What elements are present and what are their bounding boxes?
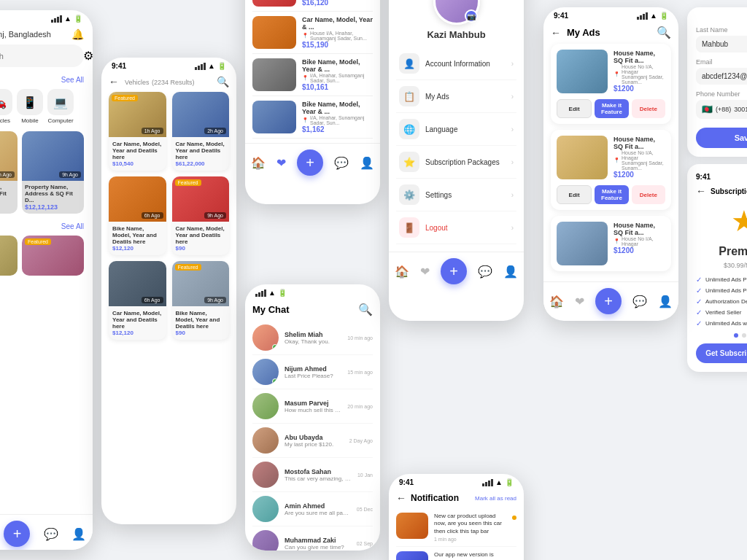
nav-chat-p[interactable]: 💬	[478, 265, 492, 279]
ad-edit-btn-1[interactable]: Edit	[557, 99, 592, 118]
ad-card-3[interactable]: House Name, SQ Fit a... 📍House No I/A, H…	[551, 216, 671, 271]
veh-item-4[interactable]: Featured 9h Ago Car Name, Model, Year an…	[172, 176, 230, 255]
mark-all-btn[interactable]: Mark all as read	[475, 495, 516, 502]
bookmark-2[interactable]: Car Name, Model, Year & ... 📍House I/A, …	[252, 0, 373, 12]
veh-card-2[interactable]: Featured	[22, 236, 84, 276]
nav-home-ads[interactable]: 🏠	[549, 295, 564, 308]
nav-profile-ads[interactable]: 👤	[658, 295, 673, 308]
veh-item-5[interactable]: 6h Ago Car Name, Model, Year and Deatils…	[109, 261, 166, 340]
nav-chat-bm[interactable]: 💬	[334, 156, 349, 170]
nav-home-p[interactable]: 🏠	[395, 265, 409, 279]
search-bar[interactable]: 🔍 ⚙	[0, 44, 84, 67]
filter-icon[interactable]: ⚙	[83, 49, 93, 63]
nav-bookmarks-bm[interactable]: ❤	[276, 156, 286, 170]
veh-item-1[interactable]: Featured 1h Ago Car Name, Model, Year an…	[109, 92, 166, 171]
search-input[interactable]	[0, 52, 79, 61]
menu-subscription[interactable]: ⭐ Subscription Packages ›	[396, 146, 516, 179]
chat-item-6[interactable]: Amin Ahmed Are you sure me all paper oka…	[252, 492, 373, 526]
nav-add-ads[interactable]: +	[595, 288, 622, 314]
nav-add[interactable]: +	[4, 521, 30, 547]
cat-computer[interactable]: 💻 Computer	[47, 89, 74, 124]
ad-addr-1: 📍House No I/A, Hnagar Sunamganj Sadar, S…	[614, 64, 665, 85]
chat-search[interactable]: 🔍	[358, 303, 373, 316]
get-subscription-btn[interactable]: Get Subscription Now	[696, 343, 747, 363]
back-btn-ads[interactable]: ←	[551, 27, 561, 39]
nav-profile-bm[interactable]: 👤	[360, 156, 374, 170]
time-badge-2: 9h Ago	[59, 171, 81, 178]
notif-item-1[interactable]: New car product upload now, are you seen…	[396, 508, 516, 547]
back-btn-sub[interactable]: ←	[696, 185, 706, 197]
chat-item-4[interactable]: Abu Ubayda My last price $120. 2 Day Ago	[252, 424, 373, 458]
cat-computer-label: Computer	[47, 117, 73, 124]
notification-bell[interactable]: 🔔	[71, 28, 84, 40]
save-button[interactable]: Save	[696, 128, 747, 148]
veh-item-3[interactable]: 6h Ago Bike Name, Model, Year and Deatil…	[109, 176, 166, 255]
nav-profile-p[interactable]: 👤	[503, 265, 518, 279]
notif-item-2[interactable]: Our app new version is available. Please…	[396, 547, 516, 560]
prop-card-1[interactable]: Featured 7h Ago Property Name, Address &…	[0, 131, 18, 214]
back-btn-notif[interactable]: ←	[396, 492, 406, 504]
status-icons-chat: ▲ 🔋	[255, 289, 287, 297]
avatar-camera-badge[interactable]: 📷	[465, 9, 478, 23]
menu-account-arrow: ›	[511, 60, 514, 68]
email-value: abcdef1234@gmail.com	[696, 68, 747, 85]
chat-item-3[interactable]: Masum Parvej How much sell this last pri…	[252, 389, 373, 424]
prop-card-2[interactable]: 9h Ago Property Name, Address & SQ Fit D…	[22, 131, 84, 214]
phone-number: 3001234567	[734, 106, 747, 113]
menu-ads[interactable]: 📋 My Ads ›	[396, 80, 516, 113]
time-notif: 9:41	[399, 478, 414, 486]
veh-card-1[interactable]: Featured	[0, 236, 18, 276]
cat-vehicles[interactable]: 🚗 Vehicles	[0, 89, 12, 124]
search-btn-vehicles[interactable]: 🔍	[217, 76, 229, 88]
cat-mobile[interactable]: 📱 Mobile	[17, 89, 43, 124]
ad-card-1[interactable]: House Name, SQ Fit a... 📍House No I/A, H…	[551, 44, 671, 124]
nav-fav-p[interactable]: ❤	[420, 265, 430, 279]
nav-add-p[interactable]: +	[441, 258, 467, 284]
nav-chat-ads[interactable]: 💬	[632, 295, 647, 308]
chat-item-1[interactable]: Shelim Miah Okay, Thank you. 10 min ago	[252, 321, 373, 355]
chat-info-5: Mostofa Sahan This car very amazing, I l…	[285, 468, 352, 482]
menu-account[interactable]: 👤 Account Information ›	[396, 47, 516, 80]
check-5: ✓	[696, 319, 702, 327]
nav-home-bm[interactable]: 🏠	[251, 156, 266, 170]
menu-logout[interactable]: 🚪 Logout ›	[396, 211, 516, 244]
vehicles-see-all[interactable]: See All	[61, 222, 84, 230]
phone-chat: ▲ 🔋 My Chat 🔍 Shelim Miah Okay, Thank yo…	[245, 284, 380, 551]
chat-item-2[interactable]: Nijum Ahmed Last Price Please? 15 min ag…	[252, 355, 373, 389]
bookmark-5[interactable]: Bike Name, Model, Year & ... 📍I/A, Hnaha…	[252, 96, 373, 139]
veh-item-2[interactable]: 2h Ago Car Name, Model, Year and Deatils…	[172, 92, 230, 171]
chat-item-7[interactable]: Muhammad Zaki Can you give me time? 02 S…	[252, 526, 373, 551]
category-see-all[interactable]: See All	[61, 76, 84, 84]
nav-profile-home[interactable]: 👤	[71, 527, 86, 541]
nav-fav-ads[interactable]: ❤	[575, 295, 584, 308]
ad-feature-btn-2[interactable]: Make it Feature	[595, 185, 628, 204]
back-btn-vehicles[interactable]: ←	[109, 76, 119, 88]
nav-chat-home[interactable]: 💬	[44, 527, 58, 541]
bookmark-addr-5: 📍I/A, Hnahar, Sunamganj Sadar, Sun...	[302, 115, 373, 125]
menu-language[interactable]: 🌐 Language ›	[396, 113, 516, 146]
menu-subscription-icon: ⭐	[399, 152, 419, 172]
email-label: Email	[696, 58, 747, 66]
veh-item-1-name: Car Name, Model, Year and Deatils here	[112, 141, 163, 160]
ad-delete-btn-1[interactable]: Delete	[632, 99, 665, 118]
ad-delete-btn-2[interactable]: Delete	[632, 185, 665, 204]
bookmark-name-3: Car Name, Model, Year & ...	[302, 16, 373, 31]
nav-add-bm[interactable]: +	[297, 149, 323, 176]
home-screen: Sunamganj, Bangladesh 🔔 🔍 ⚙ Category See…	[0, 24, 93, 290]
chat-item-5[interactable]: Mostofa Sahan This car very amazing, I l…	[252, 458, 373, 492]
chat-msg-6: Are you sure me all paper okay?	[285, 510, 351, 516]
menu-language-label: Language	[425, 125, 511, 133]
status-bar-notif: 9:41 ▲ 🔋	[389, 474, 524, 488]
veh-item-6-price: $90	[176, 330, 226, 336]
phone-field[interactable]: 🇧🇩 (+88) 3001234567	[696, 100, 747, 119]
ad-actions-2: Edit Make it Feature Delete	[551, 185, 671, 210]
ad-card-2[interactable]: House Name, SQ Fit a... 📍House No I/A, H…	[551, 130, 671, 210]
ad-price-3: $1200	[614, 246, 665, 254]
veh-item-6[interactable]: Featured 9h Ago Bike Name, Model, Year a…	[172, 261, 230, 340]
bookmark-3[interactable]: Car Name, Model, Year & ... 📍House I/A, …	[252, 12, 373, 54]
ads-search[interactable]: 🔍	[657, 26, 671, 39]
bookmark-4[interactable]: Bike Name, Model, Year & ... 📍I/A, Hnaha…	[252, 54, 373, 96]
menu-settings[interactable]: ⚙️ Settings ›	[396, 179, 516, 211]
ad-feature-btn-1[interactable]: Make it Feature	[595, 99, 628, 118]
ad-edit-btn-2[interactable]: Edit	[557, 185, 592, 204]
